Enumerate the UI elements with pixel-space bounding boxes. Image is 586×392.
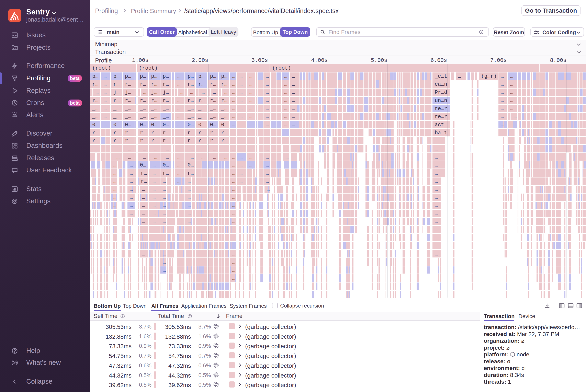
svg-text:…: … [188,227,191,233]
svg-text:…: … [113,194,117,200]
svg-text:…: … [142,194,145,200]
svg-text:…: … [177,130,180,136]
svg-text:…: … [292,130,295,136]
svg-text:…: … [163,227,166,233]
svg-text:…: … [292,122,295,128]
svg-text:_…: _… [151,114,157,120]
svg-text:…: … [188,219,191,225]
svg-text:…: … [188,235,191,241]
svg-text:…: … [153,187,156,192]
svg-text:…: … [266,170,269,176]
svg-text:_…: _… [125,154,131,160]
svg-text:…: … [510,106,513,112]
svg-text:…: … [292,82,295,87]
svg-text:0…: 0… [188,122,194,128]
svg-text:…: … [266,114,269,120]
svg-text:…: … [292,106,295,112]
svg-text:p…: p… [92,74,99,80]
svg-text:…: … [188,203,191,208]
svg-text:0…: 0… [125,122,131,128]
svg-text:…: … [163,259,166,265]
svg-text:…: … [249,130,252,136]
svg-text:…: … [435,146,438,152]
svg-text:r…: r… [188,138,194,144]
svg-text:…: … [435,154,438,160]
svg-text:r…: r… [141,170,147,176]
svg-text:_…: _… [221,146,227,152]
svg-text:…: … [239,138,243,144]
svg-text:…: … [213,90,216,96]
svg-text:…: … [153,162,156,168]
svg-text:(root): (root) [92,65,111,71]
svg-text:un…n: un…n [435,98,447,104]
svg-text:…: … [501,98,504,104]
svg-text:…: … [232,194,235,200]
svg-text:j…: j… [113,90,120,96]
svg-text:…: … [284,130,287,136]
svg-text:…: … [266,130,269,136]
svg-text:…: … [143,90,146,96]
svg-text:…: … [142,235,145,241]
svg-text:…: … [249,90,252,96]
svg-text:…: … [177,178,180,184]
svg-text:r…: r… [188,130,194,136]
svg-text:…: … [180,90,184,96]
svg-text:0…: 0… [151,122,157,128]
svg-text:…: … [104,122,107,128]
svg-text:…: … [510,90,513,96]
svg-text:…: … [266,162,269,168]
svg-text:…: … [458,74,461,80]
svg-text:…: … [435,194,438,200]
svg-text:…: … [501,122,504,128]
svg-text:…: … [266,178,269,184]
svg-text:…: … [163,235,166,241]
svg-text:…: … [292,98,295,104]
svg-text:re…r: re…r [435,106,447,112]
svg-text:r…: r… [221,130,227,136]
svg-text:…: … [153,194,156,200]
svg-text:_…: _… [151,106,157,112]
svg-text:…: … [232,170,235,176]
svg-text:…: … [142,211,145,217]
svg-text:_…: _… [210,146,216,152]
svg-text:…: … [249,114,252,120]
svg-text:_…: _… [140,106,146,112]
svg-text:…: … [142,243,145,249]
svg-text:…: … [190,90,193,96]
svg-text:…: … [142,251,145,257]
svg-text:r…: r… [151,82,157,87]
svg-text:r…: r… [163,170,169,176]
svg-text:_…: _… [187,106,194,112]
svg-text:p…: p… [113,74,120,80]
svg-text:…: … [177,170,180,176]
svg-text:(root): (root) [139,65,158,71]
svg-text:r…: r… [113,98,120,104]
svg-text:…: … [292,90,295,96]
svg-text:_…: _… [210,154,216,160]
svg-text:…: … [188,211,191,217]
svg-text:…: … [153,235,156,241]
svg-text:…: … [177,82,180,87]
svg-text:_…: _… [163,146,169,152]
svg-text:r…: r… [113,82,120,87]
svg-text:act: act [435,122,444,128]
svg-text:…: … [188,178,191,184]
svg-text:0…: 0… [92,122,99,128]
svg-text:…: … [163,211,166,217]
svg-text:…: … [163,203,166,208]
svg-text:_…: _… [187,154,194,160]
svg-text:…: … [232,227,235,233]
svg-text:r…: r… [140,138,146,144]
svg-text:0…: 0… [163,162,169,168]
svg-text:…: … [188,194,191,200]
svg-text:r…: r… [151,130,157,136]
svg-text:…: … [232,203,235,208]
svg-text:…: … [510,82,513,87]
svg-text:ca…n: ca…n [435,82,447,87]
svg-text:…: … [239,114,243,120]
svg-text:…: … [285,146,289,152]
svg-text:…: … [435,162,438,168]
svg-text:…: … [239,90,243,96]
svg-text:…: … [435,227,438,233]
svg-text:r…: r… [210,98,216,104]
